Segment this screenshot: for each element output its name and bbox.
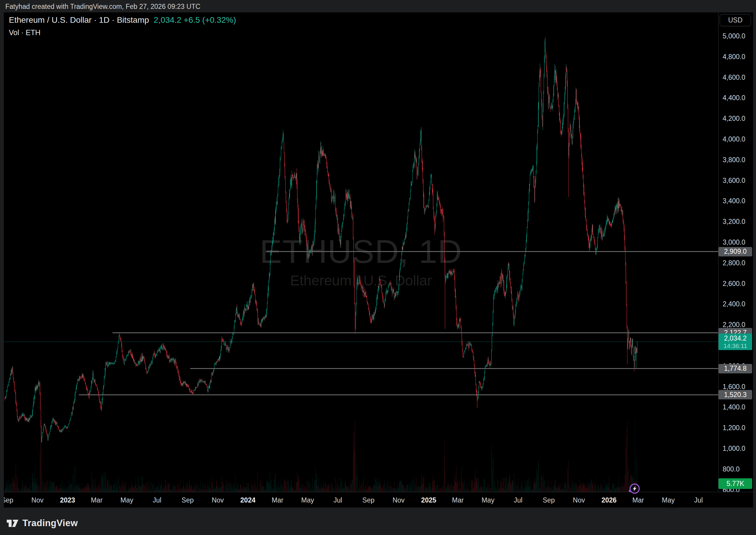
price-tick-label: 1,400.0 <box>723 403 745 411</box>
lightning-marker-icon[interactable] <box>628 482 641 495</box>
price-tick-label: 5,000.0 <box>723 32 745 40</box>
price-tick-label: 4,400.0 <box>723 94 745 102</box>
last-price-value: 2,034.2 <box>724 334 747 342</box>
last-price-readout: 2,034.2 +6.5 (+0.32%) <box>154 15 236 24</box>
time-tick-label: Nov <box>212 496 224 504</box>
price-tick-label: 2,400.0 <box>723 300 745 308</box>
time-tick-label: Sep <box>182 496 194 504</box>
time-tick-label: Mar <box>452 496 464 504</box>
time-tick-label: Jul <box>514 496 523 504</box>
bar-countdown: 14:36:11 <box>723 342 747 350</box>
time-tick-label: Mar <box>91 496 103 504</box>
last-price-line <box>4 342 718 342</box>
candlestick-canvas[interactable] <box>4 13 718 492</box>
price-tick-label: 4,200.0 <box>723 115 745 123</box>
time-tick-label: Nov <box>573 496 585 504</box>
time-tick-label: Nov <box>392 496 405 504</box>
price-tick-label: 1,600.0 <box>723 382 745 390</box>
time-tick-label: Jul <box>334 496 342 504</box>
time-tick-label: May <box>121 496 133 504</box>
chart-panel: ETHUSD, 1D Ethereum / U.S. Dollar USD 5,… <box>4 13 753 508</box>
price-tick-label: 2,600.0 <box>723 279 745 288</box>
time-tick-label: Sep <box>362 496 374 504</box>
time-tick-label: Mar <box>632 496 644 504</box>
horizontal-level-line[interactable] <box>79 394 718 395</box>
time-tick-label: 2025 <box>421 496 436 504</box>
price-tick-label: 4,800.0 <box>723 53 745 61</box>
time-tick-label: Jul <box>153 496 161 504</box>
price-tick-label: 3,200.0 <box>723 218 745 226</box>
time-tick-label: Mar <box>272 496 284 504</box>
symbol-title[interactable]: Ethereum / U.S. Dollar · 1D · Bitstamp <box>9 15 149 24</box>
price-tick-label: 1,200.0 <box>723 424 745 432</box>
time-tick-label: May <box>482 496 494 504</box>
volume-indicator-label[interactable]: Vol · ETH <box>9 27 236 38</box>
chart-legend: Ethereum / U.S. Dollar · 1D · Bitstamp2,… <box>9 15 236 38</box>
time-tick-label: 2023 <box>60 496 75 504</box>
time-tick-label: Sep <box>543 496 555 504</box>
price-tick-label: 1,000.0 <box>723 445 745 453</box>
horizontal-level-line[interactable] <box>190 368 718 369</box>
price-tick-label: 3,400.0 <box>723 197 745 205</box>
volume-badge: 5.77K <box>718 478 752 489</box>
horizontal-level-line[interactable] <box>267 251 718 252</box>
price-tick-label: 800.0 <box>723 465 740 473</box>
tradingview-footer[interactable]: TradingView <box>7 518 78 529</box>
horizontal-level-line[interactable] <box>113 332 718 333</box>
time-tick-label: 2026 <box>602 496 617 504</box>
price-tick-label: 3,000.0 <box>723 238 745 246</box>
level-price-badge: 2,909.0 <box>718 247 752 256</box>
level-price-badge: 1,520.3 <box>718 390 752 399</box>
tradingview-brand: TradingView <box>22 518 78 528</box>
currency-button[interactable]: USD <box>720 14 751 26</box>
attribution-text: Fatyhad created with TradingView.com, Fe… <box>5 3 201 11</box>
tradingview-logo-icon <box>7 518 19 529</box>
time-tick-label: 2024 <box>240 496 256 504</box>
last-price-badge: 2,034.214:36:11 <box>718 333 752 350</box>
price-tick-label: 3,800.0 <box>723 156 745 164</box>
price-tick-label: 4,600.0 <box>723 73 745 81</box>
price-tick-label: 2,200.0 <box>723 321 745 329</box>
price-tick-label: 3,600.0 <box>723 176 745 184</box>
time-tick-label: Nov <box>31 496 43 504</box>
price-tick-label: 2,800.0 <box>723 259 745 267</box>
price-chart[interactable]: ETHUSD, 1D Ethereum / U.S. Dollar <box>4 13 718 492</box>
time-tick-label: Sep <box>4 496 13 504</box>
price-tick-label: 4,000.0 <box>723 135 745 143</box>
price-axis[interactable]: USD 5,000.04,800.04,600.04,400.04,200.04… <box>718 13 753 508</box>
time-tick-label: May <box>662 496 674 504</box>
time-tick-label: May <box>301 496 314 504</box>
level-price-badge: 1,774.8 <box>718 364 752 373</box>
time-tick-label: Jul <box>694 496 703 504</box>
